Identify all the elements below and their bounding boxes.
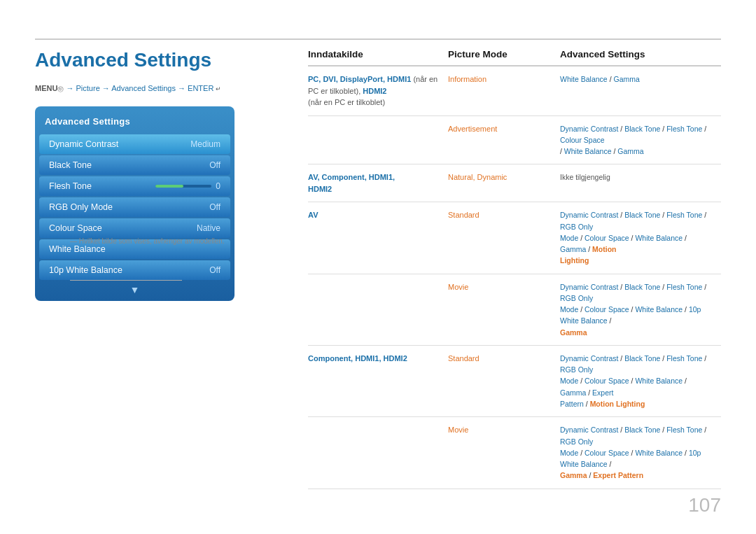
page-title: Advanced Settings [35,49,294,71]
table-header: Inndatakilde Picture Mode Advanced Setti… [308,49,721,66]
setting-link: Flesh Tone [666,354,702,363]
td-mode: Standard [448,353,560,365]
menu-scroll-arrow[interactable]: ▼ [35,281,234,297]
td-mode: Movie [448,281,560,293]
menu-item-value: Off [209,202,220,212]
setting-link: Dynamic Contrast [560,354,618,363]
setting-link: Expert [592,388,613,397]
menu-item-colour-space[interactable]: Colour Space Native [39,218,230,238]
table-row: Movie Dynamic Contrast / Black Tone / Fl… [308,417,721,489]
left-separator [70,280,182,281]
setting-link: Pattern [560,400,584,408]
table-row: AV Standard Dynamic Contrast / Black Ton… [308,202,721,274]
setting-link: Mode [560,377,578,385]
setting-link: White Balance [635,449,682,457]
slider-bar [155,185,211,188]
setting-link: Gamma [560,245,586,253]
setting-link-orange: Expert Pattern [593,471,643,479]
menu-item-10p-white-balance[interactable]: 10p White Balance Off [39,260,230,280]
td-settings: Dynamic Contrast / Black Tone / Flesh To… [560,353,721,409]
table-row: Advertisement Dynamic Contrast / Black T… [308,116,721,165]
td-settings: White Balance / Gamma [560,73,721,85]
setting-link: Dynamic Contrast [560,283,618,291]
menu-item-value: Off [209,265,220,275]
setting-link: White Balance [635,305,682,314]
table-body: PC, DVI, DisplayPort, HDMI1 (når en PC e… [308,66,721,489]
source-text: PC, DVI, DisplayPort, HDMI1 [308,75,411,83]
flesh-tone-slider[interactable]: 0 [155,181,220,191]
setting-link: Colour Space [584,305,629,314]
setting-link: Black Tone [624,283,660,291]
th-settings: Advanced Settings [560,49,721,59]
td-settings: Dynamic Contrast / Black Tone / Flesh To… [560,281,721,338]
menu-item-rgb-only-mode[interactable]: RGB Only Mode Off [39,197,230,217]
setting-link: Gamma [560,388,586,397]
setting-link: Mode [560,305,578,314]
td-settings: Ikke tilgjengelig [560,171,721,183]
setting-link: Dynamic Contrast [560,426,618,434]
menu-item-label: Black Tone [49,160,92,170]
breadcrumb: MENU㊞ → Picture → Advanced Settings → EN… [35,84,294,94]
setting-link: Dynamic Contrast [560,125,618,133]
table-row: Component, HDMI1, HDMI2 Standard Dynamic… [308,346,721,417]
menu-item-dynamic-contrast[interactable]: Dynamic Contrast Medium [39,134,230,154]
setting-link: Flesh Tone [666,211,702,219]
setting-link: Colour Space [560,136,605,144]
menu-item-value: Off [209,160,220,170]
menu-item-value: 0 [216,181,220,191]
setting-link-orange: Gamma [560,328,587,337]
menu-box: Advanced Settings Dynamic Contrast Mediu… [35,106,234,301]
table-row: PC, DVI, DisplayPort, HDMI1 (når en PC e… [308,66,721,116]
setting-link: Colour Space [584,449,629,457]
menu-item-value: Medium [190,139,220,149]
slider-fill [155,185,183,188]
source-hdmi2: HDMI2 [363,87,386,95]
setting-link: Black Tone [624,426,660,434]
td-settings: Dynamic Contrast / Black Tone / Flesh To… [560,424,721,481]
menu-item-flesh-tone[interactable]: Flesh Tone 0 [39,176,230,196]
setting-link: RGB Only [560,294,593,302]
setting-link: Colour Space [584,377,629,385]
page-number: 107 [688,494,721,517]
td-mode: Advertisement [448,123,560,135]
menu-item-label: Dynamic Contrast [49,139,118,149]
table-row: Movie Dynamic Contrast / Black Tone / Fl… [308,274,721,346]
setting-link: Black Tone [624,125,660,133]
td-mode: Natural, Dynamic [448,171,560,183]
page: Advanced Settings MENU㊞ → Picture → Adva… [0,0,756,534]
td-settings: Dynamic Contrast / Black Tone / Flesh To… [560,209,721,266]
setting-link: Flesh Tone [666,283,702,291]
menu-item-label: Flesh Tone [49,181,92,191]
source-text2: HDMI2 [308,185,332,193]
setting-link: Black Tone [624,211,660,219]
setting-link-orange: Gamma [560,471,587,479]
menu-box-title: Advanced Settings [35,113,234,134]
setting-link: Flesh Tone [666,426,702,434]
setting-link-orange: Motion Lighting [590,400,645,408]
menu-item-value: Native [197,223,220,233]
source-note: (når en PC er tilkoblet) [308,98,385,106]
setting-link-orange: Motion [592,245,616,253]
top-divider [35,38,721,40]
setting-link: Gamma [617,147,643,155]
setting-link: White Balance [635,377,682,385]
source-text: AV, Component, HDMI1, [308,173,395,181]
setting-link: Flesh Tone [666,125,702,133]
setting-link-orange: Lighting [560,256,589,265]
menu-item-black-tone[interactable]: Black Tone Off [39,155,230,175]
td-source: AV [308,209,448,221]
setting-link: Mode [560,449,578,457]
menu-item-label: White Balance [49,244,106,254]
td-settings: Dynamic Contrast / Black Tone / Flesh To… [560,123,721,157]
footnote: ― Hvilket bilde som vises, avhenger av m… [70,237,225,245]
source-text: Component, HDMI1, HDMI2 [308,354,407,363]
setting-link: Gamma [613,75,639,83]
td-source: AV, Component, HDMI1, HDMI2 [308,171,448,195]
setting-link: White Balance [560,75,608,83]
na-text: Ikke tilgjengelig [560,173,610,181]
setting-link: RGB Only [560,365,593,374]
setting-link: Colour Space [584,234,629,242]
th-mode: Picture Mode [448,49,560,59]
right-section: Inndatakilde Picture Mode Advanced Setti… [308,49,721,489]
td-mode: Movie [448,424,560,436]
